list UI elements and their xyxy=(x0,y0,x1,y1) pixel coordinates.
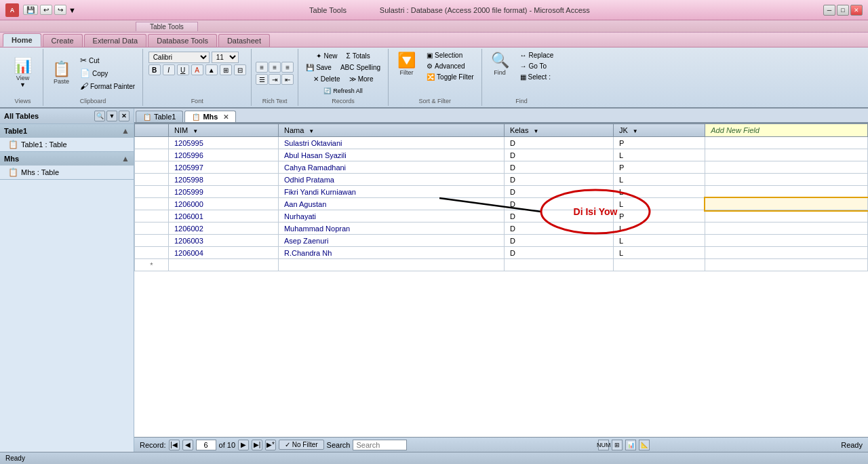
cell-kelas[interactable]: D xyxy=(504,247,613,259)
new-row-cell[interactable] xyxy=(705,259,868,271)
cell-nama[interactable]: Muhammad Nopran xyxy=(278,223,504,235)
tab-external-data[interactable]: External Data xyxy=(84,34,147,47)
view-button[interactable]: 📊 View ▼ xyxy=(9,56,37,91)
align-center-btn[interactable]: ≡ xyxy=(269,62,281,73)
row-selector-cell[interactable] xyxy=(135,235,169,247)
cell-nim[interactable]: 1206003 xyxy=(169,235,279,247)
new-row-cell[interactable] xyxy=(278,259,504,271)
row-selector-cell[interactable] xyxy=(135,247,169,259)
cell-add-new[interactable] xyxy=(705,198,868,210)
cell-nim[interactable]: 1206004 xyxy=(169,247,279,259)
goto-button[interactable]: → Go To xyxy=(517,61,557,71)
cell-nim[interactable]: 1205995 xyxy=(169,137,279,149)
align-right-btn[interactable]: ≡ xyxy=(281,62,294,73)
find-button[interactable]: 🔍 Find xyxy=(486,50,514,82)
close-button[interactable]: ✕ xyxy=(850,5,863,16)
row-selector-cell[interactable] xyxy=(135,198,169,210)
cell-jk[interactable]: L xyxy=(613,235,705,247)
dropdown-arrow[interactable]: ▼ xyxy=(68,6,76,14)
cell-add-new[interactable] xyxy=(705,174,868,186)
font-name-select[interactable]: Calibri xyxy=(149,52,210,63)
cell-add-new[interactable] xyxy=(705,235,868,247)
refresh-button[interactable]: 🔄 Refresh All xyxy=(320,85,366,96)
datasheet[interactable]: NIM ▼ Nama ▼ Kelas ▼ JK ▼ Add New Field … xyxy=(134,123,868,437)
spelling-button[interactable]: ABC Spelling xyxy=(337,62,384,73)
new-row-cell[interactable] xyxy=(169,259,279,271)
cell-kelas[interactable]: D xyxy=(504,235,613,247)
bold-button[interactable]: B xyxy=(149,64,161,75)
underline-button[interactable]: U xyxy=(177,64,189,75)
cell-add-new[interactable] xyxy=(705,186,868,198)
cut-button[interactable]: ✂ Cut xyxy=(77,54,138,66)
col-header-add-new[interactable]: Add New Field xyxy=(705,124,868,137)
col-header-jk[interactable]: JK ▼ xyxy=(613,124,705,137)
new-row-cell[interactable] xyxy=(613,259,705,271)
cell-nim[interactable]: 1205998 xyxy=(169,174,279,186)
grid-btn[interactable]: ⊞ xyxy=(220,64,232,75)
align-left-btn[interactable]: ≡ xyxy=(256,62,268,73)
cell-kelas[interactable]: D xyxy=(504,174,613,186)
cell-nama[interactable]: Cahya Ramadhani xyxy=(278,161,504,174)
maximize-button[interactable]: □ xyxy=(837,5,849,16)
new-record-nav-btn[interactable]: ▶* xyxy=(265,440,276,450)
more-button[interactable]: ≫ More xyxy=(346,74,377,84)
col-header-nama[interactable]: Nama ▼ xyxy=(278,124,504,137)
row-selector-cell[interactable] xyxy=(135,186,169,198)
cell-kelas[interactable]: D xyxy=(504,161,613,174)
nav-search-btn[interactable]: 🔍 xyxy=(94,111,105,121)
cell-nama[interactable]: Abul Hasan Syazili xyxy=(278,149,504,161)
list-btn[interactable]: ☰ xyxy=(256,74,268,85)
cell-nama[interactable]: R.Chandra Nh xyxy=(278,247,504,259)
next-record-btn[interactable]: ▶ xyxy=(238,440,249,450)
filter-button[interactable]: 🔽 Filter xyxy=(393,50,420,82)
cell-add-new[interactable] xyxy=(705,161,868,174)
undo-button[interactable]: ↩ xyxy=(40,5,52,15)
cell-kelas[interactable]: D xyxy=(504,137,613,149)
cell-kelas[interactable]: D xyxy=(504,149,613,161)
object-tab-mhs[interactable]: 📋 Mhs ✕ xyxy=(184,111,236,122)
row-selector-cell[interactable] xyxy=(135,149,169,161)
cell-jk[interactable]: P xyxy=(613,210,705,223)
cell-add-new[interactable] xyxy=(705,247,868,259)
col-header-kelas[interactable]: Kelas ▼ xyxy=(504,124,613,137)
cell-add-new[interactable] xyxy=(705,149,868,161)
new-record-button[interactable]: ✦ New xyxy=(313,51,340,61)
cell-jk[interactable]: P xyxy=(613,137,705,149)
cell-jk[interactable]: L xyxy=(613,174,705,186)
last-record-btn[interactable]: ▶| xyxy=(252,440,262,450)
redo-button[interactable]: ↪ xyxy=(54,5,66,15)
save-record-button[interactable]: 💾 Save xyxy=(302,62,335,73)
prev-record-btn[interactable]: ◀ xyxy=(182,440,193,450)
layout-icon[interactable]: 📐 xyxy=(639,440,650,450)
pivot-icon[interactable]: 📊 xyxy=(625,440,636,450)
cell-add-new[interactable] xyxy=(705,210,868,223)
search-input[interactable] xyxy=(353,440,407,450)
row-selector-cell[interactable] xyxy=(135,174,169,186)
cell-jk[interactable]: L xyxy=(613,149,705,161)
nav-menu-btn[interactable]: ▼ xyxy=(106,111,117,121)
indent-btn[interactable]: ⇥ xyxy=(269,74,281,85)
font-color-button[interactable]: A xyxy=(191,64,203,75)
totals-button[interactable]: Σ Totals xyxy=(342,51,373,61)
copy-button[interactable]: 📄 Copy xyxy=(77,67,138,79)
cell-nama[interactable]: Nurhayati xyxy=(278,210,504,223)
cell-nama[interactable]: Aan Agustan xyxy=(278,198,504,210)
advanced-button[interactable]: ⚙ Advanced xyxy=(423,61,477,71)
nav-section-header-table1[interactable]: Table1 ▲ xyxy=(0,124,134,138)
no-filter-btn[interactable]: ✓ No Filter xyxy=(279,440,324,450)
tab-database-tools[interactable]: Database Tools xyxy=(148,34,217,47)
cell-kelas[interactable]: D xyxy=(504,210,613,223)
font-size-select[interactable]: 11 xyxy=(212,52,239,63)
cell-nim[interactable]: 1205999 xyxy=(169,186,279,198)
col-header-nim[interactable]: NIM ▼ xyxy=(169,124,279,137)
toggle-filter-button[interactable]: 🔀 Toggle Filter xyxy=(423,72,477,82)
replace-button[interactable]: ↔ Replace xyxy=(517,50,557,60)
border-btn[interactable]: ⊟ xyxy=(234,64,246,75)
cell-add-new[interactable] xyxy=(705,223,868,235)
tab-datasheet[interactable]: Datasheet xyxy=(218,34,270,47)
nav-item-table1[interactable]: 📋 Table1 : Table xyxy=(0,138,134,151)
outdent-btn[interactable]: ⇤ xyxy=(281,74,294,85)
datasheet-view-icon[interactable]: ⊞ xyxy=(612,440,623,450)
row-selector-cell[interactable] xyxy=(135,223,169,235)
cell-nim[interactable]: 1205996 xyxy=(169,149,279,161)
